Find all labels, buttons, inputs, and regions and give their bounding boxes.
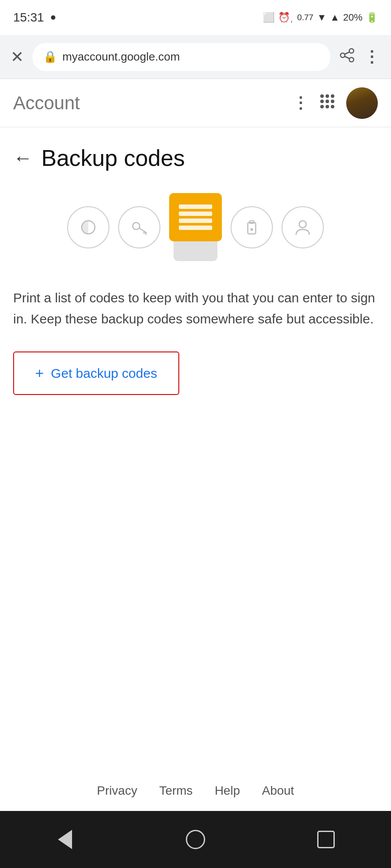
account-menu-button[interactable]: ⋮ [293,94,308,112]
backup-codes-icon-active [169,193,222,261]
back-navigation: ← Backup codes [0,127,391,184]
svg-point-5 [320,94,324,98]
svg-point-14 [133,222,140,230]
avatar-image [346,87,378,119]
card-line-1 [179,204,213,209]
svg-line-3 [345,52,350,54]
svg-point-12 [326,105,329,108]
battery-display: 20% [343,12,362,23]
svg-point-1 [349,57,354,62]
battery-icon: 🔋 [366,12,378,23]
wifi-icon: ▼ [317,12,326,23]
privacy-link[interactable]: Privacy [97,784,138,798]
svg-point-6 [326,94,329,98]
time-display: 15:31 [13,11,44,25]
terms-link[interactable]: Terms [159,784,192,798]
person-icon [282,206,324,248]
get-backup-codes-button[interactable]: + Get backup codes [13,352,179,395]
nfc-icon: ⬜ [263,12,275,23]
browser-close-button[interactable]: ✕ [11,48,24,66]
account-title: Account [13,93,80,114]
apps-grid-button[interactable] [319,93,336,113]
back-button[interactable]: ← [13,148,33,168]
footer-links: Privacy Terms Help About [0,784,391,798]
browser-bar: ✕ 🔒 myaccount.google.com ⋮ [0,35,391,79]
help-link[interactable]: Help [215,784,240,798]
card-shadow [174,239,217,261]
page-content: ← Backup codes [0,127,391,412]
status-dot [51,15,55,20]
back-triangle-icon [58,830,72,849]
user-avatar[interactable] [346,87,378,119]
svg-point-11 [320,105,324,108]
card-line-4 [179,226,213,230]
alarm-icon: ⏰ [278,12,290,23]
status-time: 15:31 [13,11,58,25]
signal-icon: ▲ [330,12,340,23]
get-backup-codes-label: Get backup codes [51,366,157,381]
nav-home-button[interactable] [178,822,213,857]
plus-icon: + [35,365,44,382]
svg-point-19 [250,228,253,231]
svg-point-0 [349,49,354,53]
page-title: Backup codes [41,145,185,171]
svg-point-9 [326,100,329,103]
backup-codes-card [169,193,222,241]
svg-point-21 [299,221,306,228]
recent-square-icon [317,831,335,848]
status-icons: ⬜ ⏰ ᷊ 0.77 ▼ ▲ 20% 🔋 [263,12,378,23]
lock-icon: 🔒 [43,50,57,64]
feature-icon-strip [0,184,391,265]
get-backup-codes-section: + Get backup codes [0,347,391,412]
nav-back-button[interactable] [47,822,83,857]
share-button[interactable] [339,47,355,67]
key-icon [118,206,160,248]
svg-point-10 [331,100,334,103]
card-line-3 [179,219,213,223]
status-bar: 15:31 ⬜ ⏰ ᷊ 0.77 ▼ ▲ 20% 🔋 [0,0,391,35]
url-bar[interactable]: 🔒 myaccount.google.com [33,43,330,71]
url-text: myaccount.google.com [62,50,180,64]
nav-recent-button[interactable] [308,822,344,857]
svg-line-4 [345,56,350,58]
svg-point-2 [340,53,345,57]
phone-lock-icon [231,206,273,248]
browser-actions: ⋮ [339,47,380,67]
security-icon-1 [67,206,109,248]
svg-point-13 [331,105,334,108]
backup-description: Print a list of codes to keep with you t… [0,265,391,347]
svg-point-8 [320,100,324,103]
account-header-actions: ⋮ [293,87,378,119]
about-link[interactable]: About [262,784,294,798]
svg-point-7 [331,94,334,98]
account-header: Account ⋮ [0,79,391,127]
card-line-2 [179,212,213,216]
data-speed-icon: 0.77 [297,13,313,22]
navigation-bar [0,811,391,868]
home-circle-icon [186,830,205,849]
more-options-button[interactable]: ⋮ [364,48,380,66]
